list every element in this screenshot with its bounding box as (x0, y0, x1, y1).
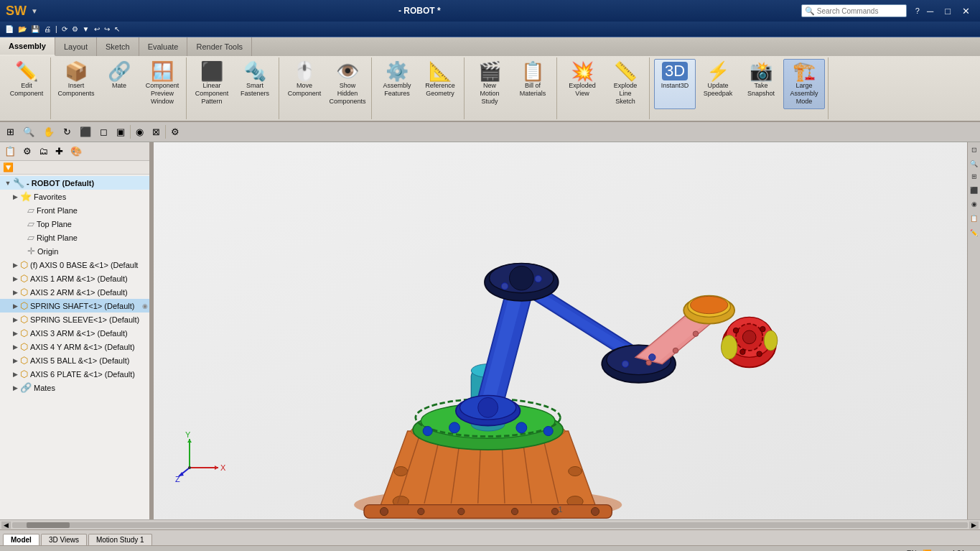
scrollbar-track[interactable] (12, 522, 968, 528)
view-section-button[interactable]: ⊠ (149, 124, 164, 139)
undo-button[interactable]: ↩ (92, 24, 102, 34)
help-icon[interactable]: ? (915, 6, 920, 15)
view-display-button[interactable]: ◉ (132, 124, 147, 139)
axis5-expand[interactable]: ▶ (10, 357, 20, 364)
qa-dropdown[interactable]: ▼ (80, 24, 92, 34)
property-manager-btn[interactable]: ⚙ (20, 144, 34, 159)
maximize-button[interactable]: □ (941, 4, 955, 18)
mates-expand[interactable]: ▶ (10, 384, 20, 392)
scroll-right-button[interactable]: ▶ (969, 522, 979, 529)
axis6-expand[interactable]: ▶ (10, 371, 20, 378)
tree-item-axis1[interactable]: ▶ ⬡ AXIS 1 ARM &<1> (Default) (0, 272, 149, 285)
tree-item-front-plane[interactable]: ▱ Front Plane (0, 203, 149, 217)
tree-item-spring-sleeve[interactable]: ▶ ⬡ SPRING SLEEVE<1> (Default) (0, 312, 149, 326)
print-button[interactable]: 🖨 (42, 24, 53, 34)
bill-of-materials-button[interactable]: 📋 Bill of Materials (512, 59, 554, 109)
tab-render[interactable]: Render Tools (187, 37, 252, 56)
view-pan-button[interactable]: ✋ (39, 124, 58, 139)
explode-line-button[interactable]: 📏 Explode Line Sketch (605, 59, 646, 109)
redo-button[interactable]: ↪ (102, 24, 112, 34)
new-motion-study-button[interactable]: 🎬 New Motion Study (469, 59, 510, 109)
select-button[interactable]: ↖ (112, 24, 122, 34)
view-shaded-button[interactable]: ▣ (113, 124, 129, 139)
exploded-view-button[interactable]: 💥 Exploded View (561, 59, 603, 109)
save-button[interactable]: 💾 (29, 24, 42, 34)
linear-pattern-button[interactable]: ⬛ Linear Component Pattern (191, 59, 233, 109)
view-rotate-button[interactable]: ↻ (60, 124, 75, 139)
favorites-expand[interactable]: ▶ (10, 193, 20, 200)
tree-item-axis6[interactable]: ▶ ⬡ AXIS 6 PLATE &<1> (Default) (0, 367, 149, 381)
view-wireframe-button[interactable]: ◻ (96, 124, 111, 139)
smart-fasteners-button[interactable]: 🔩 Smart Fasteners (234, 59, 276, 109)
display-manager-btn[interactable]: 🎨 (67, 144, 85, 159)
assembly-features-button[interactable]: ⚙️ Assembly Features (376, 59, 418, 109)
tree-item-axis0[interactable]: ▶ ⬡ (f) AXIS 0 BASE &<1> (Default (0, 258, 149, 272)
tree-item-favorites[interactable]: ▶ ⭐ Favorites (0, 190, 149, 203)
axis1-expand[interactable]: ▶ (10, 275, 20, 282)
instant3d-button[interactable]: 3D Instant3D (654, 59, 696, 109)
axis0-expand[interactable]: ▶ (10, 261, 20, 269)
update-speedpak-button[interactable]: ⚡ Update Speedpak (697, 59, 739, 109)
tree-item-axis3[interactable]: ▶ ⬡ AXIS 3 ARM &<1> (Default) (0, 326, 149, 340)
edit-component-button[interactable]: ✏️ Edit Component (6, 59, 47, 109)
horizontal-scrollbar[interactable]: ◀ ▶ (0, 519, 980, 529)
axis4-expand[interactable]: ▶ (10, 343, 20, 351)
tab-evaluate[interactable]: Evaluate (139, 37, 188, 56)
close-button[interactable]: ✕ (958, 4, 974, 18)
tab-assembly[interactable]: Assembly (0, 37, 55, 56)
view-zoom-button[interactable]: 🔍 (19, 124, 38, 139)
sidebar-btn-1[interactable]: ⊡ (970, 145, 979, 155)
show-hidden-button[interactable]: 👁️ Show Hidden Components (327, 59, 368, 109)
move-component-button[interactable]: 🖱️ Move Component (284, 59, 325, 109)
sidebar-btn-3[interactable]: ⊞ (970, 172, 979, 182)
large-assembly-button[interactable]: 🏗️ Large Assembly Mode (783, 59, 825, 109)
feature-tree-btn[interactable]: 📋 (1, 144, 19, 159)
new-button[interactable]: 📄 (3, 24, 16, 34)
mate-button[interactable]: 🔗 Mate (98, 59, 140, 109)
root-expand[interactable]: ▼ (3, 180, 13, 187)
tab-model[interactable]: Model (3, 534, 39, 545)
rebuild-button[interactable]: ⟳ (60, 24, 70, 34)
view-3d-button[interactable]: ⬛ (76, 124, 95, 139)
axis2-expand[interactable]: ▶ (10, 289, 20, 296)
open-button[interactable]: 📂 (16, 24, 29, 34)
tree-item-right-plane[interactable]: ▱ Right Plane (0, 231, 149, 244)
tree-item-spring-shaft[interactable]: ▶ ⬡ SPRING SHAFT<1> (Default) ◉ (0, 299, 149, 312)
dim-expert-btn[interactable]: ✚ (52, 144, 66, 159)
options-button[interactable]: ⚙ (70, 24, 80, 34)
tree-root[interactable]: ▼ 🔧 - ROBOT (Default) (0, 176, 149, 190)
view-settings-button[interactable]: ⚙ (167, 124, 183, 139)
tree-item-axis2[interactable]: ▶ ⬡ AXIS 2 ARM &<1> (Default) (0, 285, 149, 299)
reference-geometry-button[interactable]: 📐 Reference Geometry (419, 59, 461, 109)
sidebar-btn-5[interactable]: ◉ (970, 198, 979, 210)
tree-item-axis5[interactable]: ▶ ⬡ AXIS 5 BALL &<1> (Default) (0, 353, 149, 367)
sidebar-btn-7[interactable]: ✏️ (970, 226, 979, 239)
scroll-left-button[interactable]: ◀ (1, 522, 11, 529)
explode-line-label: Explode Line Sketch (614, 82, 638, 105)
tree-item-top-plane[interactable]: ▱ Top Plane (0, 217, 149, 231)
tab-motion-study[interactable]: Motion Study 1 (88, 534, 152, 545)
component-preview-button[interactable]: 🪟 Component Preview Window (141, 59, 183, 109)
sidebar-btn-2[interactable]: 🔍 (970, 157, 979, 170)
tree-item-mates[interactable]: ▶ 🔗 Mates (0, 381, 149, 394)
spring-shaft-expand[interactable]: ▶ (10, 302, 20, 310)
tab-layout[interactable]: Layout (55, 37, 97, 56)
tree-item-origin[interactable]: ✛ Origin (0, 244, 149, 258)
search-input[interactable] (817, 7, 903, 15)
search-bar[interactable]: 🔍 (801, 4, 907, 17)
tree-item-axis4[interactable]: ▶ ⬡ AXIS 4 Y ARM &<1> (Default) (0, 340, 149, 353)
take-snapshot-button[interactable]: 📸 Take Snapshot (740, 59, 782, 109)
minimize-button[interactable]: ─ (923, 4, 938, 18)
sidebar-btn-4[interactable]: ⬛ (970, 184, 979, 196)
spring-sleeve-expand[interactable]: ▶ (10, 316, 20, 323)
insert-components-button[interactable]: 📦 Insert Components (55, 59, 97, 109)
view-orientation-button[interactable]: ⊞ (3, 124, 18, 139)
quick-access-arrow[interactable]: ▼ (31, 7, 38, 15)
viewport[interactable]: X Y Z 1 (154, 142, 967, 519)
config-manager-btn[interactable]: 🗂 (36, 144, 51, 159)
tab-3d-views[interactable]: 3D Views (41, 534, 87, 545)
scrollbar-thumb[interactable] (27, 522, 70, 528)
axis3-expand[interactable]: ▶ (10, 330, 20, 337)
sidebar-btn-6[interactable]: 📋 (970, 212, 979, 224)
tab-sketch[interactable]: Sketch (97, 37, 139, 56)
